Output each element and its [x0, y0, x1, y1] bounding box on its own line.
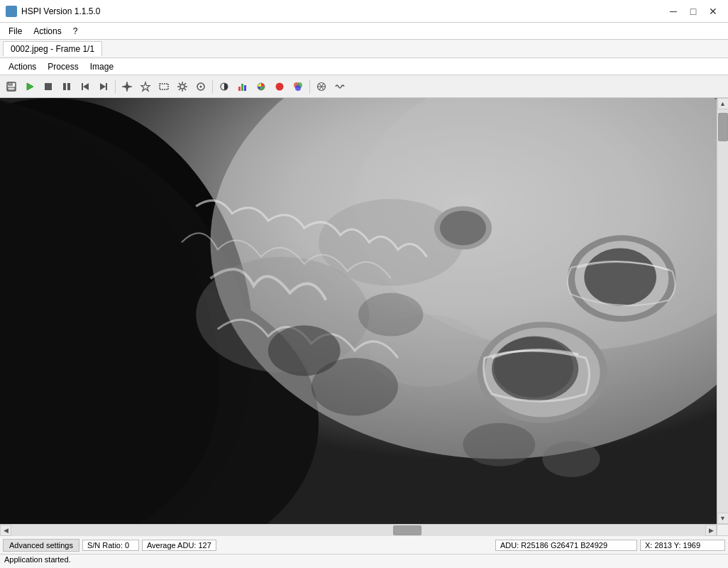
svg-line-22 — [179, 88, 180, 89]
title-text: HSPI Version 1.1.5.0 — [21, 6, 100, 16]
menu-file[interactable]: File — [3, 25, 28, 38]
scroll-left-arrow[interactable]: ◀ — [0, 525, 11, 536]
scroll-thumb-vertical[interactable] — [718, 113, 728, 141]
svg-line-19 — [179, 83, 180, 84]
play-button[interactable] — [21, 78, 38, 95]
close-button[interactable]: ✕ — [704, 4, 722, 19]
svg-point-57 — [358, 293, 424, 337]
svg-rect-2 — [8, 87, 15, 90]
second-menu-bar: Actions Process Image — [0, 58, 728, 75]
starburst-button[interactable] — [118, 78, 136, 95]
red-channel-button[interactable] — [271, 78, 288, 95]
horizontal-scrollbar[interactable] — [11, 525, 705, 535]
menu2-process[interactable]: Process — [42, 60, 84, 73]
svg-rect-4 — [45, 83, 52, 90]
save-button[interactable] — [3, 78, 20, 95]
scroll-track-vertical[interactable] — [717, 109, 729, 513]
menu-actions[interactable]: Actions — [28, 25, 67, 38]
sn-ratio-field: S/N Ratio: 0 — [82, 540, 139, 551]
svg-rect-6 — [67, 83, 70, 90]
sep2 — [212, 80, 213, 94]
coordinates-field: X: 2813 Y: 1969 — [640, 540, 725, 551]
menu2-image[interactable]: Image — [84, 60, 119, 73]
svg-point-59 — [542, 441, 600, 477]
wave-button[interactable] — [331, 78, 348, 95]
svg-line-21 — [184, 83, 186, 84]
stop-button[interactable] — [40, 78, 57, 95]
app-status-bar: Application started. — [0, 554, 728, 568]
menu-bar: File Actions ? — [0, 23, 728, 40]
title-bar-left: HSPI Version 1.1.5.0 — [6, 6, 100, 17]
circle-button[interactable] — [192, 78, 209, 95]
svg-line-20 — [184, 88, 186, 89]
scroll-right-arrow[interactable]: ▶ — [705, 525, 717, 536]
pause-button[interactable] — [58, 78, 75, 95]
svg-rect-13 — [160, 84, 168, 89]
vertical-scrollbar[interactable]: ▲ ▼ — [717, 98, 728, 524]
svg-rect-26 — [238, 87, 241, 91]
tab-frame[interactable]: 0002.jpeg - Frame 1/1 — [3, 41, 102, 56]
star-button[interactable] — [137, 78, 154, 95]
status-bar: Advanced settings S/N Ratio: 0 Average A… — [0, 535, 728, 554]
app-status-text: Application started. — [4, 555, 71, 564]
svg-point-30 — [276, 82, 284, 90]
svg-rect-8 — [82, 83, 83, 90]
scroll-down-arrow[interactable]: ▼ — [717, 513, 729, 524]
minimize-button[interactable]: ─ — [664, 4, 683, 19]
svg-point-58 — [463, 423, 535, 466]
sep3 — [309, 80, 310, 94]
toolbar — [0, 75, 728, 98]
svg-point-24 — [200, 85, 202, 87]
tab-bar: 0002.jpeg - Frame 1/1 — [0, 40, 728, 58]
svg-point-14 — [180, 84, 184, 89]
app-icon — [6, 6, 17, 17]
svg-marker-9 — [100, 83, 106, 90]
image-viewport[interactable] — [0, 98, 717, 524]
svg-rect-28 — [244, 85, 246, 91]
horizontal-scrollbar-area: ◀ ▶ — [0, 524, 728, 535]
svg-point-49 — [494, 337, 573, 398]
svg-marker-7 — [83, 83, 89, 90]
adu-values-field: ADU: R25186 G26471 B24929 — [495, 540, 637, 551]
histogram-button[interactable] — [234, 78, 251, 95]
maximize-button[interactable]: □ — [684, 4, 702, 19]
scroll-up-arrow[interactable]: ▲ — [717, 98, 729, 109]
h-scroll-thumb[interactable] — [393, 525, 421, 535]
svg-marker-11 — [122, 82, 132, 92]
menu-help[interactable]: ? — [67, 25, 84, 38]
svg-point-52 — [584, 248, 656, 306]
svg-rect-1 — [9, 82, 12, 85]
svg-marker-12 — [141, 82, 150, 91]
color-wheel-button[interactable] — [253, 78, 270, 95]
h-scroll-track[interactable] — [11, 525, 705, 536]
prev-button[interactable] — [77, 78, 94, 95]
svg-marker-3 — [27, 83, 33, 90]
average-adu-field: Average ADU: 127 — [142, 540, 216, 551]
main-area: ▲ ▼ — [0, 98, 728, 524]
svg-point-33 — [295, 85, 301, 91]
svg-rect-10 — [106, 83, 107, 90]
svg-rect-5 — [63, 83, 66, 90]
scroll-corner — [717, 525, 728, 536]
next-button[interactable] — [95, 78, 112, 95]
half-circle-button[interactable] — [216, 78, 233, 95]
moon-image — [0, 98, 717, 524]
title-bar: HSPI Version 1.1.5.0 ─ □ ✕ — [0, 0, 728, 23]
svg-rect-27 — [241, 84, 243, 91]
advanced-settings-button[interactable]: Advanced settings — [3, 539, 79, 552]
settings-button[interactable] — [174, 78, 191, 95]
rgb-button[interactable] — [289, 78, 307, 95]
sep1 — [115, 80, 116, 94]
menu2-actions[interactable]: Actions — [3, 60, 42, 73]
svg-point-54 — [440, 211, 486, 246]
aperture-button[interactable] — [313, 78, 330, 95]
rect-select-button[interactable] — [155, 78, 172, 95]
title-controls: ─ □ ✕ — [664, 4, 722, 19]
svg-point-56 — [268, 325, 341, 376]
